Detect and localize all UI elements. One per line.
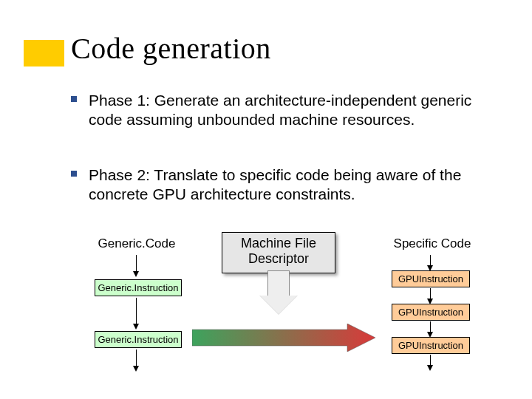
svg-marker-0	[192, 324, 375, 352]
slide-title: Code generation	[71, 31, 271, 66]
generic-instruction-box: Generic.Instruction	[95, 279, 182, 296]
bullet-phase-1: Phase 1: Generate an architecture-indepe…	[89, 91, 495, 130]
gpu-instruction-box: GPUInstruction	[392, 337, 470, 354]
generic-instruction-box: Generic.Instruction	[95, 331, 182, 348]
block-arrow-right-icon	[192, 324, 375, 352]
specific-code-label: Specific Code	[384, 236, 480, 251]
generic-code-label: Generic.Code	[89, 236, 185, 251]
bullet-square-icon	[71, 171, 77, 177]
diagram-area: Generic.Code Specific Code Machine File …	[0, 236, 532, 399]
bullet-square-icon	[71, 96, 77, 102]
bullet-text: Phase 2: Translate to specific code bein…	[89, 166, 461, 202]
machine-file-descriptor-box: Machine File Descriptor	[222, 232, 335, 273]
title-accent-block	[24, 40, 64, 66]
gpu-instruction-box: GPUInstruction	[392, 304, 470, 321]
block-arrow-down-icon	[260, 270, 297, 316]
gpu-instruction-box: GPUInstruction	[392, 270, 470, 287]
bullet-phase-2: Phase 2: Translate to specific code bein…	[89, 166, 495, 205]
bullet-text: Phase 1: Generate an architecture-indepe…	[89, 92, 471, 128]
